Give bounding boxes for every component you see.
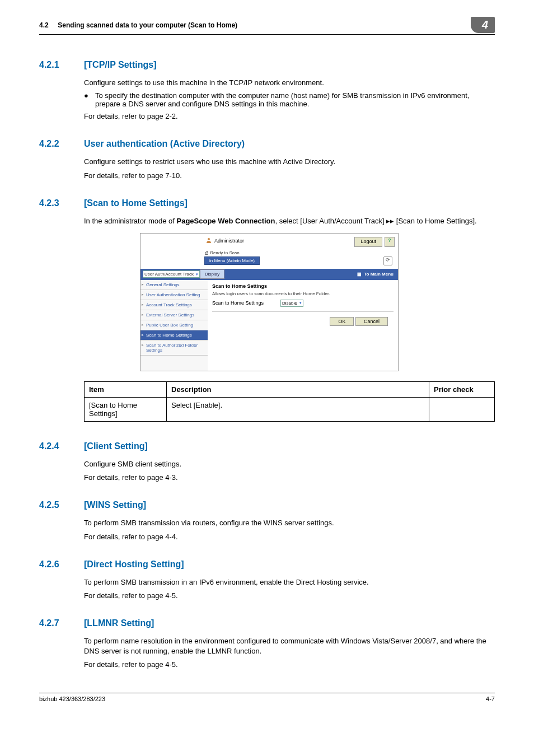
bullet-421-text: To specify the destination computer with… <box>95 91 495 108</box>
td-desc: Select [Enable]. <box>167 397 429 421</box>
chapter-badge: 4 <box>471 17 495 33</box>
header-section: 4.2 Sending scanned data to your compute… <box>39 21 237 29</box>
user-icon <box>205 237 212 245</box>
svg-point-0 <box>208 238 210 240</box>
admin-label-group: Administrator <box>205 237 244 245</box>
sidebar-item-account-track[interactable]: Account Track Settings <box>140 300 208 310</box>
category-dropdown[interactable]: User Auth/Account Track ▾ <box>143 270 200 278</box>
sidebar-item-external-server[interactable]: External Server Settings <box>140 310 208 320</box>
sec-num-426: 4.2.6 <box>39 559 84 570</box>
status-ready: 🖨 Ready to Scan <box>204 250 398 255</box>
sec-title-421: [TCP/IP Settings] <box>84 60 157 70</box>
p-422-1: Configure settings to restrict users who… <box>84 157 495 167</box>
sidebar-item-public-user-box[interactable]: Public User Box Setting <box>140 320 208 330</box>
table-row: [Scan to Home Settings] Select [Enable]. <box>85 397 495 421</box>
page-header: 4.2 Sending scanned data to your compute… <box>39 17 495 35</box>
th-prior-check: Prior check <box>429 381 495 397</box>
p-423-1-pre: In the administrator mode of <box>84 217 176 225</box>
sidebar-item-scan-authorized[interactable]: Scan to Authorized Folder Settings <box>140 340 208 356</box>
sec-title-423: [Scan to Home Settings] <box>84 198 188 208</box>
sidebar-item-scan-to-home[interactable]: Scan to Home Settings <box>140 330 208 340</box>
header-section-num: 4.2 <box>39 21 49 29</box>
chevron-down-icon: ▾ <box>196 272 198 277</box>
web-connection-screenshot: Administrator Logout ? 🖨 Ready to Scan i… <box>140 233 399 371</box>
status-ready-text: Ready to Scan <box>210 250 239 255</box>
p-421-2: For details, refer to page 2-2. <box>84 111 495 122</box>
grid-icon: ▦ <box>357 272 362 277</box>
sec-title-426: [Direct Hosting Setting] <box>84 559 184 570</box>
scan-to-home-value: Disable <box>282 301 297 306</box>
category-dropdown-value: User Auth/Account Track <box>144 272 194 277</box>
sec-num-425: 4.2.5 <box>39 500 84 510</box>
sec-num-421: 4.2.1 <box>39 60 84 70</box>
to-main-menu-text: To Main Menu <box>364 272 394 277</box>
sidebar: General Settings User Authentication Set… <box>140 280 208 371</box>
p-423-1: In the administrator mode of PageScope W… <box>84 216 495 226</box>
sec-num-424: 4.2.4 <box>39 441 84 451</box>
printer-icon: 🖨 <box>204 250 209 255</box>
sec-num-427: 4.2.7 <box>39 618 84 628</box>
p-426-1: To perform SMB transmission in an IPv6 e… <box>84 577 495 587</box>
th-description: Description <box>167 381 429 397</box>
p-423-1-bold: PageScope Web Connection <box>176 217 275 225</box>
chevron-down-icon: ▾ <box>299 301 302 305</box>
scan-to-home-label: Scan to Home Settings <box>212 300 264 306</box>
ok-button[interactable]: OK <box>330 317 354 326</box>
sec-title-422: User authentication (Active Directory) <box>84 139 245 149</box>
scan-to-home-select[interactable]: Disable ▾ <box>280 300 303 307</box>
bullet-421: ● To specify the destination computer wi… <box>84 91 495 108</box>
sidebar-item-user-auth[interactable]: User Authentication Setting <box>140 290 208 300</box>
p-423-1-post: , select [User Auth/Account Track] ▸▸ [S… <box>275 217 477 225</box>
sec-title-424: [Client Setting] <box>84 441 148 451</box>
footer-page-num: 4-7 <box>486 696 495 702</box>
to-main-menu-link[interactable]: ▦ To Main Menu <box>357 272 398 277</box>
p-421-1: Configure settings to use this machine i… <box>84 78 495 88</box>
logout-button[interactable]: Logout <box>354 237 382 247</box>
p-425-2: For details, refer to page 4-4. <box>84 532 495 542</box>
header-section-title: Sending scanned data to your computer (S… <box>58 21 237 29</box>
page-footer: bizhub 423/363/283/223 4-7 <box>39 693 495 702</box>
sec-num-423: 4.2.3 <box>39 198 84 208</box>
content-subtitle: Allows login users to scan documents to … <box>212 291 394 296</box>
sec-title-425: [WINS Setting] <box>84 500 146 510</box>
bullet-dot-icon: ● <box>84 91 95 108</box>
content-panel: Scan to Home Settings Allows login users… <box>208 280 398 371</box>
p-424-1: Configure SMB client settings. <box>84 459 495 469</box>
p-426-2: For details, refer to page 4-5. <box>84 591 495 601</box>
p-424-2: For details, refer to page 4-3. <box>84 473 495 483</box>
sidebar-item-general[interactable]: General Settings <box>140 280 208 290</box>
refresh-icon[interactable]: ⟳ <box>383 256 392 265</box>
td-prior <box>429 397 495 421</box>
p-427-1: To perform name resolution in the enviro… <box>84 636 495 656</box>
display-button[interactable]: Display <box>200 269 224 279</box>
sec-title-427: [LLMNR Setting] <box>84 618 154 628</box>
admin-label: Administrator <box>214 238 244 244</box>
menu-mode-tab[interactable]: in Menu (Admin Mode) <box>204 256 260 265</box>
th-item: Item <box>85 381 167 397</box>
sec-num-422: 4.2.2 <box>39 139 84 149</box>
td-item: [Scan to Home Settings] <box>85 397 167 421</box>
p-422-2: For details, refer to page 7-10. <box>84 171 495 181</box>
footer-model: bizhub 423/363/283/223 <box>39 696 105 702</box>
content-title: Scan to Home Settings <box>212 283 394 289</box>
p-425-1: To perform SMB transmission via routers,… <box>84 518 495 528</box>
p-427-2: For details, refer to page 4-5. <box>84 660 495 670</box>
help-icon[interactable]: ? <box>385 237 395 247</box>
cancel-button[interactable]: Cancel <box>355 317 388 326</box>
settings-table: Item Description Prior check [Scan to Ho… <box>84 381 495 422</box>
